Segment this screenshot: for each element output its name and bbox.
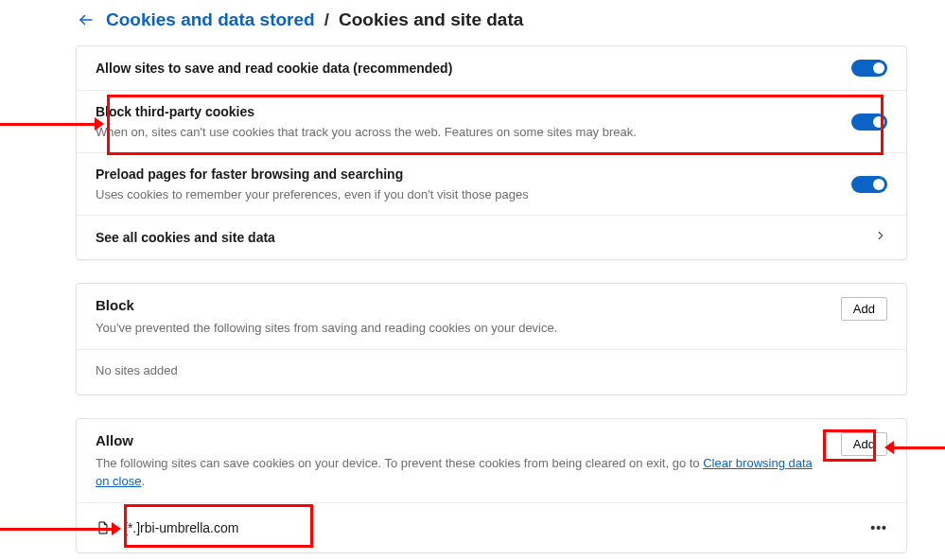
preload-label: Preload pages for faster browsing and se… <box>96 166 529 182</box>
cookie-settings-card: Allow sites to save and read cookie data… <box>76 45 907 260</box>
block-third-party-label: Block third-party cookies <box>96 104 637 119</box>
block-empty-text: No sites added <box>77 349 906 394</box>
breadcrumb: Cookies and data stored / Cookies and si… <box>76 9 907 30</box>
block-third-party-row[interactable]: Block third-party cookies When on, sites… <box>77 90 906 152</box>
preload-toggle[interactable] <box>851 176 887 193</box>
settings-page: Cookies and data stored / Cookies and si… <box>0 0 945 560</box>
see-all-cookies-row[interactable]: See all cookies and site data <box>77 215 906 259</box>
breadcrumb-separator: / <box>324 9 329 30</box>
page-icon <box>96 518 111 537</box>
allow-cookies-label: Allow sites to save and read cookie data… <box>96 61 452 76</box>
block-add-button[interactable]: Add <box>841 297 887 321</box>
chevron-right-icon <box>874 229 887 246</box>
block-section-header: Block You've prevented the following sit… <box>77 284 906 349</box>
preload-description: Uses cookies to remember your preference… <box>96 187 529 201</box>
allow-add-button[interactable]: Add <box>841 432 887 456</box>
block-third-party-toggle[interactable] <box>851 114 887 131</box>
block-section-card: Block You've prevented the following sit… <box>76 283 907 395</box>
breadcrumb-parent-link[interactable]: Cookies and data stored <box>106 9 315 30</box>
allow-section-title: Allow <box>96 432 830 448</box>
preload-row[interactable]: Preload pages for faster browsing and se… <box>77 152 906 215</box>
more-options-icon[interactable]: ••• <box>870 520 887 535</box>
allow-site-row[interactable]: [*.]rbi-umbrella.com ••• <box>77 502 906 552</box>
block-section-title: Block <box>96 297 557 313</box>
block-section-description: You've prevented the following sites fro… <box>96 319 557 338</box>
allow-cookies-toggle[interactable] <box>851 60 887 77</box>
block-third-party-description: When on, sites can't use cookies that tr… <box>96 125 637 139</box>
allow-section-description: The following sites can save cookies on … <box>96 454 830 491</box>
allow-section-card: Allow The following sites can save cooki… <box>76 418 907 553</box>
allow-cookies-row[interactable]: Allow sites to save and read cookie data… <box>77 46 906 90</box>
allow-section-header: Allow The following sites can save cooki… <box>77 419 906 502</box>
see-all-cookies-label: See all cookies and site data <box>96 230 275 245</box>
breadcrumb-current: Cookies and site data <box>339 9 523 30</box>
back-arrow-icon[interactable] <box>76 9 96 30</box>
allow-site-domain: [*.]rbi-umbrella.com <box>124 520 238 535</box>
